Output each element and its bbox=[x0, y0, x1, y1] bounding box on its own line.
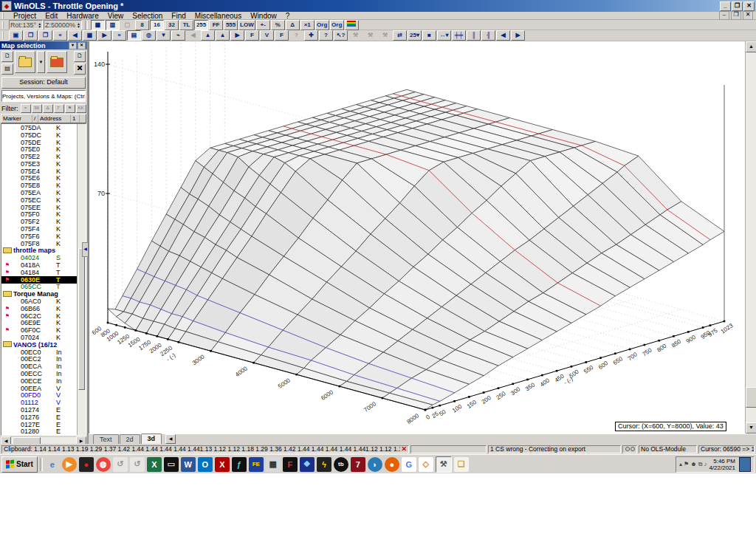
tab-2d[interactable]: 2d bbox=[120, 434, 140, 444]
script-icon[interactable]: ƒ bbox=[232, 457, 247, 472]
map-row[interactable]: 06AC0K bbox=[1, 298, 86, 305]
mdi-minimize-button[interactable]: – bbox=[719, 11, 729, 20]
map-row[interactable]: 00EC2In bbox=[1, 356, 86, 363]
width-float-icon[interactable]: TL bbox=[179, 20, 193, 30]
filter-button-4[interactable]: ⚑ bbox=[65, 104, 75, 113]
percent-icon[interactable]: % bbox=[271, 20, 285, 30]
filter-button-1[interactable]: 99 bbox=[32, 104, 42, 113]
map-row[interactable]: 075E6K bbox=[1, 175, 86, 182]
folder-up2-icon[interactable]: ▲ bbox=[216, 30, 230, 41]
new-window-icon[interactable]: ❒ bbox=[24, 30, 38, 41]
insert-icon[interactable]: ✚ bbox=[304, 30, 318, 41]
tool-wrench-icon[interactable]: ⚒ bbox=[363, 30, 377, 41]
back-icon[interactable]: ◀ bbox=[186, 30, 200, 41]
winols-cam-icon[interactable]: ● bbox=[79, 457, 94, 472]
swap-colors-icon[interactable]: ⇄ bbox=[393, 30, 407, 41]
map-row[interactable]: 01280E bbox=[1, 428, 86, 435]
help-dim-icon[interactable]: ? bbox=[289, 30, 303, 41]
ie-icon[interactable]: e bbox=[45, 457, 60, 472]
colwidth-dropdown[interactable]: ↔▾ bbox=[437, 30, 451, 41]
zoom-spin-arrows[interactable]: ▲▼ bbox=[77, 22, 80, 28]
menu-window[interactable]: Window bbox=[246, 12, 281, 20]
excel-icon[interactable]: X bbox=[147, 457, 162, 472]
map-selection-icon[interactable]: ▤ bbox=[127, 30, 141, 41]
map-preview-icon[interactable]: ◎ bbox=[142, 30, 156, 41]
delta-icon[interactable]: Δ bbox=[286, 20, 300, 30]
menu-project[interactable]: Project bbox=[9, 12, 41, 20]
session-button[interactable]: Session: Default bbox=[1, 77, 86, 89]
open-project-dropdown[interactable]: ▼ bbox=[37, 51, 45, 73]
chrome-icon[interactable]: ◍ bbox=[96, 457, 111, 472]
vbox-icon[interactable]: ◇ bbox=[419, 457, 433, 472]
mdi-close-button[interactable]: ✕ bbox=[743, 11, 753, 20]
display-bin-icon[interactable]: 555 bbox=[224, 20, 238, 30]
open-project-button[interactable] bbox=[15, 51, 35, 73]
import-project-button[interactable] bbox=[47, 51, 67, 73]
nav-first-icon[interactable]: « bbox=[53, 30, 67, 41]
columns-vertical-icon[interactable]: ║ bbox=[467, 30, 481, 41]
folder-up-icon[interactable]: ▲ bbox=[201, 30, 215, 41]
chip-icon[interactable]: ▭ bbox=[164, 457, 179, 472]
display-dec-icon[interactable]: 255 bbox=[194, 20, 208, 30]
menu-view[interactable]: View bbox=[103, 12, 128, 20]
tray-users-icon[interactable]: ☻ bbox=[690, 461, 696, 467]
map-row[interactable]: 06E9EK bbox=[1, 320, 86, 327]
fb-chip-icon[interactable]: F bbox=[283, 457, 298, 472]
filter-button-5[interactable]: KK bbox=[76, 104, 86, 113]
connections-icon[interactable]: ⌁ bbox=[171, 30, 185, 41]
tab-3d[interactable]: 3d bbox=[141, 433, 162, 444]
map-row[interactable]: 01276E bbox=[1, 414, 86, 421]
map-row[interactable]: 00EC0In bbox=[1, 349, 86, 356]
menu-hardware[interactable]: Hardware bbox=[62, 12, 103, 20]
width-8bit-icon[interactable]: 8 bbox=[135, 20, 149, 30]
map-row[interactable]: 075DEK bbox=[1, 139, 86, 146]
chart-scroll-down[interactable]: ▼ bbox=[746, 422, 756, 433]
calculator-icon[interactable]: ▦ bbox=[266, 457, 281, 472]
width-16bit-icon[interactable]: 16 bbox=[150, 20, 164, 30]
v-lightning-icon[interactable]: ϟ bbox=[317, 457, 331, 472]
original-icon[interactable]: Org bbox=[315, 20, 329, 30]
minimize-button[interactable]: _ bbox=[720, 1, 731, 11]
map-row[interactable]: 075E3K bbox=[1, 160, 86, 168]
filter-button-0[interactable]: = bbox=[21, 104, 31, 113]
delete-map-button[interactable]: 🗙 bbox=[74, 64, 86, 75]
map-group-row[interactable]: throttle maps bbox=[1, 247, 86, 255]
menu-miscellaneous[interactable]: Miscellaneous bbox=[190, 12, 246, 20]
thunderbird-icon[interactable]: ◗ bbox=[368, 457, 382, 472]
map-row[interactable]: 00EEAV bbox=[1, 385, 86, 392]
export-map-button[interactable]: 🗋 bbox=[74, 51, 86, 62]
map-row[interactable]: ⚑06F0CK bbox=[1, 326, 86, 334]
tab-text[interactable]: Text bbox=[93, 434, 119, 444]
nav-last-icon[interactable]: » bbox=[112, 30, 126, 41]
chart-scroll-thumb[interactable] bbox=[746, 387, 756, 408]
map-row[interactable]: 075F4K bbox=[1, 225, 86, 233]
columns-single-icon[interactable]: ╢ bbox=[481, 30, 495, 41]
filter-button-3[interactable]: Γ bbox=[54, 104, 64, 113]
map-row[interactable]: 00FD0V bbox=[1, 391, 86, 399]
cubes-icon[interactable]: ❖ bbox=[300, 457, 315, 472]
tray-display-icon[interactable]: ⧉ bbox=[698, 461, 703, 468]
map-row[interactable]: 075EEK bbox=[1, 204, 86, 211]
scroll-left-icon[interactable]: ◀ bbox=[496, 30, 510, 41]
panel-title-bar[interactable]: Map selection ▾✕ bbox=[0, 41, 87, 49]
colorbars-icon[interactable] bbox=[345, 20, 359, 30]
function-f-icon[interactable]: F bbox=[245, 30, 259, 41]
map-row[interactable]: 07024K bbox=[1, 334, 86, 341]
map-row[interactable]: 075E8K bbox=[1, 182, 86, 189]
map-row[interactable]: ⚑0630ET bbox=[1, 276, 86, 284]
nav-next-icon[interactable]: ▶ bbox=[97, 30, 111, 41]
outlook-icon[interactable]: O bbox=[198, 457, 213, 472]
context-help-icon[interactable]: ↖? bbox=[334, 30, 348, 41]
word-icon[interactable]: W bbox=[181, 457, 196, 472]
nav-prev-icon[interactable]: ◀ bbox=[68, 30, 82, 41]
tab-scroll-left[interactable]: ◀ bbox=[165, 434, 176, 444]
map-row[interactable]: 075F8K bbox=[1, 240, 86, 247]
sync-gray1-icon[interactable]: ↺ bbox=[113, 457, 128, 472]
map-group-row[interactable]: VANOS (16/12 bbox=[1, 341, 86, 349]
map-list-scrollbar[interactable] bbox=[77, 124, 86, 435]
factor-icon[interactable]: ×1 bbox=[300, 20, 315, 30]
map-group-row[interactable]: Torque Manag bbox=[1, 290, 86, 298]
tray-expand-icon[interactable]: ▴ bbox=[679, 461, 682, 467]
map-row[interactable]: 075ECK bbox=[1, 196, 86, 204]
map-row[interactable]: 065CCT bbox=[1, 284, 86, 291]
